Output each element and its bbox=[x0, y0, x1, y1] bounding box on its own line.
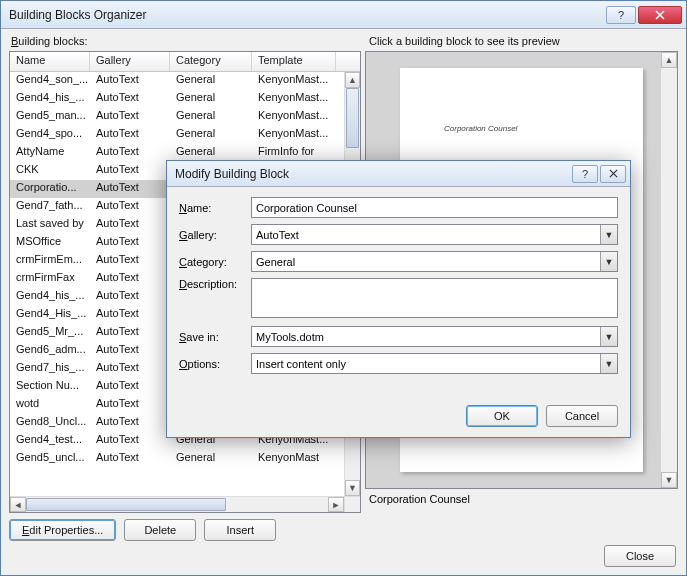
name-label: Name: bbox=[179, 202, 251, 214]
cell-name: Gend8_Uncl... bbox=[10, 414, 90, 432]
table-row[interactable]: Gend4_son_...AutoTextGeneralKenyonMast..… bbox=[10, 72, 344, 90]
cell-category: General bbox=[170, 126, 252, 144]
modal-close-button[interactable] bbox=[600, 165, 626, 183]
cell-template: KenyonMast bbox=[252, 450, 336, 468]
gallery-select[interactable]: AutoText▼ bbox=[251, 224, 618, 245]
savein-select[interactable]: MyTools.dotm▼ bbox=[251, 326, 618, 347]
horizontal-scrollbar[interactable]: ◄ ► bbox=[10, 496, 344, 512]
cell-category: General bbox=[170, 72, 252, 90]
cell-template: KenyonMast... bbox=[252, 126, 336, 144]
category-label: Category: bbox=[179, 256, 251, 268]
help-button[interactable]: ? bbox=[606, 6, 636, 24]
cell-name: Gend6_adm... bbox=[10, 342, 90, 360]
window-close-button[interactable] bbox=[638, 6, 682, 24]
cell-name: Gend4_his_... bbox=[10, 288, 90, 306]
cell-name: AttyName bbox=[10, 144, 90, 162]
description-input[interactable] bbox=[251, 278, 618, 318]
options-select[interactable]: Insert content only▼ bbox=[251, 353, 618, 374]
preview-page-text: Corporation Counsel bbox=[444, 124, 517, 133]
table-row[interactable]: Gend4_his_...AutoTextGeneralKenyonMast..… bbox=[10, 90, 344, 108]
cell-gallery: AutoText bbox=[90, 324, 170, 342]
col-category[interactable]: Category bbox=[170, 52, 252, 71]
cell-template: KenyonMast... bbox=[252, 108, 336, 126]
cell-name: Section Nu... bbox=[10, 378, 90, 396]
col-gallery[interactable]: Gallery bbox=[90, 52, 170, 71]
chevron-down-icon: ▼ bbox=[600, 225, 617, 244]
preview-name-label: Corporation Counsel bbox=[369, 493, 470, 505]
preview-scroll-up-icon[interactable]: ▲ bbox=[661, 52, 677, 68]
modal-titlebar: Modify Building Block ? bbox=[167, 161, 630, 187]
cell-gallery: AutoText bbox=[90, 396, 170, 414]
cell-template: KenyonMast... bbox=[252, 72, 336, 90]
cell-gallery: AutoText bbox=[90, 252, 170, 270]
cell-name: Gend4_his_... bbox=[10, 90, 90, 108]
table-row[interactable]: Gend5_man...AutoTextGeneralKenyonMast... bbox=[10, 108, 344, 126]
name-input[interactable] bbox=[251, 197, 618, 218]
cell-category: General bbox=[170, 90, 252, 108]
cell-gallery: AutoText bbox=[90, 306, 170, 324]
scroll-right-arrow-icon[interactable]: ► bbox=[328, 497, 344, 512]
cell-gallery: AutoText bbox=[90, 180, 170, 198]
modal-help-button[interactable]: ? bbox=[572, 165, 598, 183]
scroll-down-arrow-icon[interactable]: ▼ bbox=[345, 480, 360, 496]
preview-scroll-down-icon[interactable]: ▼ bbox=[661, 472, 677, 488]
cell-gallery: AutoText bbox=[90, 234, 170, 252]
scroll-corner bbox=[344, 496, 360, 512]
cell-gallery: AutoText bbox=[90, 342, 170, 360]
cell-category: General bbox=[170, 450, 252, 468]
cell-name: wotd bbox=[10, 396, 90, 414]
options-label: Options: bbox=[179, 358, 251, 370]
edit-properties-button[interactable]: Edit Properties... bbox=[9, 519, 116, 541]
col-template[interactable]: Template bbox=[252, 52, 336, 71]
cell-gallery: AutoText bbox=[90, 378, 170, 396]
cell-name: Gend4_His_... bbox=[10, 306, 90, 324]
insert-button[interactable]: Insert bbox=[204, 519, 276, 541]
cell-template: KenyonMast... bbox=[252, 90, 336, 108]
gallery-label: Gallery: bbox=[179, 229, 251, 241]
cancel-button[interactable]: Cancel bbox=[546, 405, 618, 427]
close-button[interactable]: Close bbox=[604, 545, 676, 567]
cell-gallery: AutoText bbox=[90, 432, 170, 450]
table-row[interactable]: Gend5_uncl...AutoTextGeneralKenyonMast bbox=[10, 450, 344, 468]
building-blocks-label: Building blocks: bbox=[11, 35, 87, 47]
cell-gallery: AutoText bbox=[90, 126, 170, 144]
cell-gallery: AutoText bbox=[90, 270, 170, 288]
cell-name: Gend4_test... bbox=[10, 432, 90, 450]
preview-hint: Click a building block to see its previe… bbox=[369, 35, 560, 47]
col-name[interactable]: Name bbox=[10, 52, 90, 71]
chevron-down-icon: ▼ bbox=[600, 252, 617, 271]
close-icon bbox=[655, 10, 665, 20]
preview-scrollbar[interactable]: ▲ ▼ bbox=[661, 52, 677, 488]
cell-gallery: AutoText bbox=[90, 144, 170, 162]
cell-name: Gend7_his_... bbox=[10, 360, 90, 378]
hscroll-thumb[interactable] bbox=[26, 498, 226, 511]
organizer-titlebar: Building Blocks Organizer ? bbox=[1, 1, 686, 29]
cell-gallery: AutoText bbox=[90, 360, 170, 378]
cell-gallery: AutoText bbox=[90, 450, 170, 468]
organizer-title: Building Blocks Organizer bbox=[5, 8, 606, 22]
cell-name: Corporatio... bbox=[10, 180, 90, 198]
table-row[interactable]: Gend4_spo...AutoTextGeneralKenyonMast... bbox=[10, 126, 344, 144]
cell-name: crmFirmFax bbox=[10, 270, 90, 288]
cell-name: CKK bbox=[10, 162, 90, 180]
cell-name: Gend4_son_... bbox=[10, 72, 90, 90]
modal-title: Modify Building Block bbox=[171, 167, 572, 181]
cell-gallery: AutoText bbox=[90, 288, 170, 306]
scroll-up-arrow-icon[interactable]: ▲ bbox=[345, 72, 360, 88]
delete-button[interactable]: Delete bbox=[124, 519, 196, 541]
cell-name: Last saved by bbox=[10, 216, 90, 234]
savein-label: Save in: bbox=[179, 331, 251, 343]
cell-name: crmFirmEm... bbox=[10, 252, 90, 270]
scroll-thumb[interactable] bbox=[346, 88, 359, 148]
cell-gallery: AutoText bbox=[90, 198, 170, 216]
ok-button[interactable]: OK bbox=[466, 405, 538, 427]
list-header: Name Gallery Category Template bbox=[10, 52, 360, 72]
cell-gallery: AutoText bbox=[90, 162, 170, 180]
chevron-down-icon: ▼ bbox=[600, 327, 617, 346]
cell-gallery: AutoText bbox=[90, 216, 170, 234]
cell-name: Gend7_fath... bbox=[10, 198, 90, 216]
category-select[interactable]: General▼ bbox=[251, 251, 618, 272]
cell-name: MSOffice bbox=[10, 234, 90, 252]
description-label: Description: bbox=[179, 278, 251, 290]
scroll-left-arrow-icon[interactable]: ◄ bbox=[10, 497, 26, 512]
